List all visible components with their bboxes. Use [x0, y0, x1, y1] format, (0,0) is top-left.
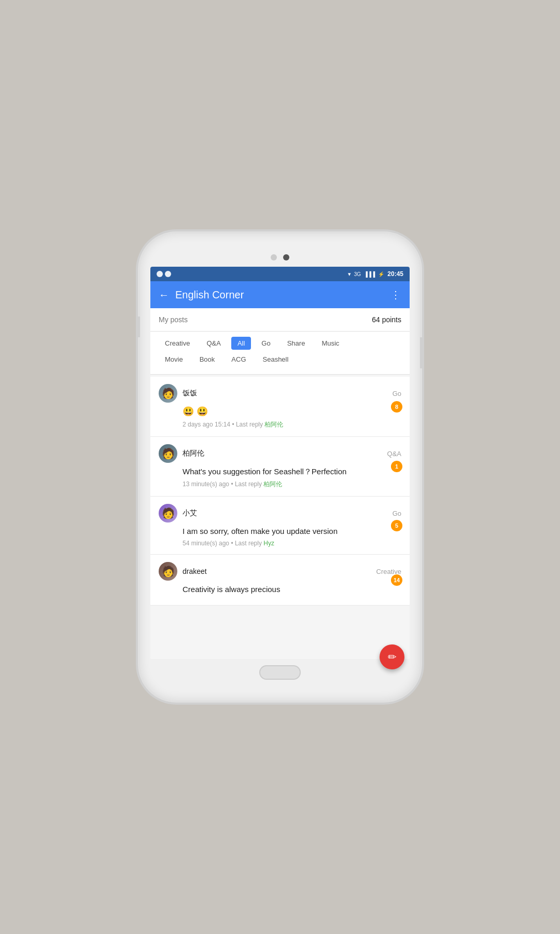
post-user: 🧑 饭饭 — [159, 384, 197, 403]
post-header: 🧑 饭饭 Go — [159, 384, 401, 403]
volume-button — [137, 317, 140, 337]
post-meta: 13 minute(s) ago • Last reply 柏阿伦 — [183, 480, 401, 489]
reply-badge: 5 — [391, 520, 402, 531]
phone-screen: ▾ 3G ▐▐▐ ⚡ 20:45 ← English Corner ⋮ My p… — [150, 267, 410, 659]
post-item[interactable]: 🧑 drakeet Creative Creativity is always … — [150, 555, 410, 606]
post-emoji: 😃 😃 — [183, 406, 401, 417]
post-time: 2 days ago 15:14 • Last reply — [183, 421, 264, 428]
status-left-icons — [157, 271, 171, 277]
avatar-image: 🧑 — [162, 387, 175, 400]
avatar: 🧑 — [159, 504, 177, 523]
tab-movie[interactable]: Movie — [159, 353, 189, 366]
power-button — [420, 337, 423, 368]
status-right-info: ▾ 3G ▐▐▐ ⚡ 20:45 — [348, 270, 403, 278]
app-bar-left: ← English Corner — [159, 289, 244, 301]
tab-go[interactable]: Go — [255, 337, 276, 350]
app-icon-1 — [157, 271, 163, 277]
post-meta: 2 days ago 15:14 • Last reply 柏阿伦 — [183, 420, 401, 429]
time-label: 20:45 — [387, 270, 403, 278]
reply-badge: 14 — [391, 574, 402, 586]
tab-qa[interactable]: Q&A — [200, 337, 227, 350]
speaker-dot — [271, 254, 277, 260]
tabs-row-2: Movie Book ACG Seashell — [159, 353, 401, 366]
points-label: 64 points — [372, 315, 401, 324]
post-list: 🧑 饭饭 Go 😃 😃 2 days ago 15:14 • Last repl… — [150, 377, 410, 606]
post-text: What's you suggestion for Seashell？Perfe… — [183, 466, 401, 477]
post-user: 🧑 小艾 — [159, 504, 197, 523]
post-item[interactable]: 🧑 柏阿伦 Q&A What's you suggestion for Seas… — [150, 437, 410, 497]
user-name: 小艾 — [183, 509, 197, 518]
tab-creative[interactable]: Creative — [159, 337, 196, 350]
post-last-reply-user: 柏阿伦 — [263, 480, 282, 488]
signal-label: 3G — [354, 271, 361, 277]
post-header: 🧑 柏阿伦 Q&A — [159, 444, 401, 463]
edit-icon: ✏ — [388, 651, 397, 659]
reply-badge: 1 — [391, 461, 402, 472]
filter-tabs: Creative Q&A All Go Share Music Movie Bo… — [150, 332, 410, 375]
back-button[interactable]: ← — [159, 290, 169, 300]
home-button[interactable] — [259, 665, 301, 680]
post-content: 😃 😃 — [183, 406, 401, 417]
avatar-image: 🧑 — [162, 507, 175, 519]
tab-seashell[interactable]: Seashell — [257, 353, 295, 366]
post-last-reply-user: Hyz — [263, 540, 274, 547]
avatar: 🧑 — [159, 384, 177, 403]
post-item[interactable]: 🧑 饭饭 Go 😃 😃 2 days ago 15:14 • Last repl… — [150, 377, 410, 437]
phone-frame: ▾ 3G ▐▐▐ ⚡ 20:45 ← English Corner ⋮ My p… — [140, 233, 420, 700]
post-time: 13 minute(s) ago • Last reply — [183, 480, 263, 488]
tab-all[interactable]: All — [231, 337, 251, 350]
tabs-row-1: Creative Q&A All Go Share Music — [159, 337, 401, 350]
wifi-icon: ▾ — [348, 271, 351, 278]
post-category: Go — [393, 390, 401, 397]
phone-bottom — [150, 665, 410, 680]
avatar-image: 🧑 — [162, 565, 175, 578]
user-name: drakeet — [183, 567, 207, 575]
reply-badge: 8 — [391, 401, 402, 413]
post-time: 54 minute(s) ago • Last reply — [183, 540, 263, 547]
phone-top — [150, 254, 410, 260]
post-user: 🧑 drakeet — [159, 562, 207, 581]
more-options-button[interactable]: ⋮ — [390, 289, 401, 301]
avatar: 🧑 — [159, 562, 177, 581]
battery-icon: ⚡ — [378, 271, 384, 277]
post-item[interactable]: 🧑 小艾 Go I am so sorry, often make you up… — [150, 497, 410, 555]
app-title: English Corner — [175, 289, 244, 301]
post-text: Creativity is always precious — [183, 584, 401, 595]
content-area: My posts 64 points Creative Q&A All Go S… — [150, 308, 410, 659]
post-header: 🧑 小艾 Go — [159, 504, 401, 523]
post-header: 🧑 drakeet Creative — [159, 562, 401, 581]
app-bar: ← English Corner ⋮ — [150, 281, 410, 308]
post-meta: 54 minute(s) ago • Last reply Hyz — [183, 540, 401, 547]
tab-music[interactable]: Music — [315, 337, 345, 350]
tab-acg[interactable]: ACG — [225, 353, 252, 366]
post-content: Creativity is always precious — [183, 584, 401, 595]
tab-share[interactable]: Share — [281, 337, 312, 350]
avatar-image: 🧑 — [162, 447, 175, 460]
app-icon-2 — [165, 271, 171, 277]
status-bar: ▾ 3G ▐▐▐ ⚡ 20:45 — [150, 267, 410, 281]
post-user: 🧑 柏阿伦 — [159, 444, 204, 463]
user-name: 柏阿伦 — [183, 449, 204, 458]
post-text: I am so sorry, often make you update ver… — [183, 526, 401, 537]
post-content: I am so sorry, often make you update ver… — [183, 526, 401, 537]
post-category: Go — [393, 510, 401, 517]
tab-book[interactable]: Book — [193, 353, 221, 366]
post-content: What's you suggestion for Seashell？Perfe… — [183, 466, 401, 477]
my-posts-label: My posts — [159, 315, 188, 324]
post-last-reply-user: 柏阿伦 — [264, 421, 283, 428]
user-name: 饭饭 — [183, 389, 197, 398]
signal-bars-icon: ▐▐▐ — [364, 271, 375, 277]
my-posts-header: My posts 64 points — [150, 308, 410, 332]
camera-dot — [283, 254, 289, 260]
post-category: Q&A — [387, 450, 401, 458]
avatar: 🧑 — [159, 444, 177, 463]
